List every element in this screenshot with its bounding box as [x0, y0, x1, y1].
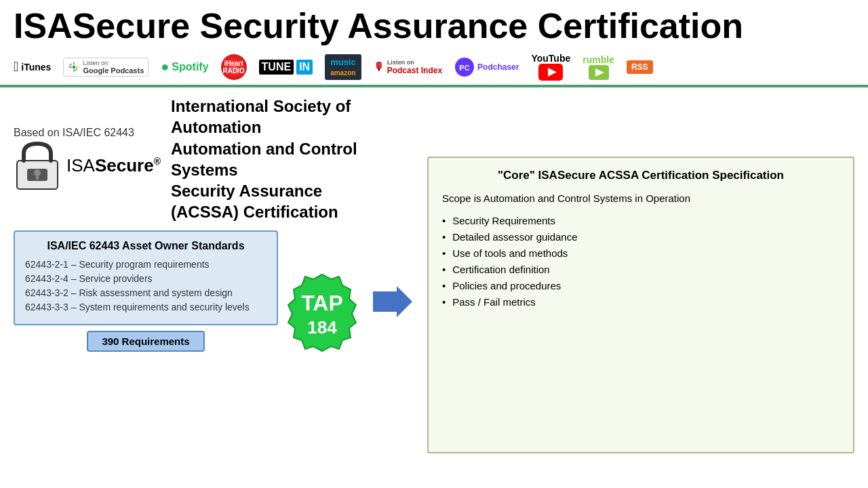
bullet-text-5: Policies and procedures	[452, 280, 561, 291]
podcast-item-amazon[interactable]: musicamazon	[325, 54, 361, 80]
scope-text: Scope is Automation and Control Systems …	[442, 191, 840, 205]
tunein-label: TUNE	[259, 60, 294, 75]
youtube-icon	[538, 64, 563, 81]
description-area: International Society of Automation Auto…	[171, 96, 359, 222]
podcast-item-youtube[interactable]: YouTube	[531, 53, 570, 81]
svg-rect-1	[74, 62, 75, 65]
standard-item-4: 62443-3-3 – System requirements and secu…	[25, 302, 267, 312]
isa-secure: Secure	[95, 155, 154, 176]
main-content: Based on ISA/IEC 62443 ISASecure®	[0, 87, 868, 462]
title-bar: ISASecure Security Assurance Certificati…	[0, 0, 868, 49]
bullet-dot-3: •	[442, 247, 446, 259]
spotify-label: Spotify	[172, 61, 208, 73]
svg-point-0	[73, 65, 76, 68]
bullet-text-6: Pass / Fail metrics	[452, 296, 536, 308]
podcast-item-itunes[interactable]:  iTunes	[14, 59, 51, 75]
bullet-dot-6: •	[442, 296, 446, 308]
standards-box: ISA/IEC 62443 Asset Owner Standards 6244…	[14, 230, 278, 325]
youtube-text: YouTube	[531, 53, 570, 64]
svg-rect-2	[74, 69, 75, 73]
standards-section: ISA/IEC 62443 Asset Owner Standards 6244…	[14, 230, 278, 352]
middle-row: ISA/IEC 62443 Asset Owner Standards 6244…	[14, 230, 359, 352]
title-isa: ISA	[14, 6, 73, 45]
bullet-text-2: Detailed assessor guidance	[452, 231, 577, 243]
based-on-text: Based on ISA/IEC 62443	[14, 127, 134, 139]
tap-logo: TAP 184	[285, 271, 359, 352]
core-title: "Core" ISASecure ACSSA Certification Spe…	[442, 168, 840, 183]
top-row: Based on ISA/IEC 62443 ISASecure®	[14, 96, 359, 222]
podcast-item-rss[interactable]: RSS	[627, 60, 653, 74]
title-suffix: Security Assurance Certification	[190, 6, 743, 45]
iheart-icon: iHeartRADIO	[221, 54, 247, 80]
bullet-dot-4: •	[442, 264, 446, 275]
core-box: "Core" ISASecure ACSSA Certification Spe…	[427, 157, 854, 453]
bullet-text-4: Certification definition	[452, 264, 549, 275]
standard-item-1: 62443-2-1 – Security program requirement…	[25, 259, 267, 270]
google-listen-on: Listen on	[83, 60, 144, 66]
itunes-label: iTunes	[21, 62, 51, 73]
tap-gear-icon: TAP 184	[285, 271, 359, 352]
standard-item-2: 62443-2-4 – Service providers	[25, 273, 267, 284]
arrow-area	[370, 150, 417, 453]
bullet-item-3: • Use of tools and methods	[442, 247, 840, 259]
bullet-dot-5: •	[442, 280, 446, 291]
svg-rect-3	[69, 66, 73, 68]
amazon-icon: musicamazon	[325, 54, 361, 80]
svg-rect-16	[36, 176, 39, 180]
bullet-item-2: • Detailed assessor guidance	[442, 231, 840, 243]
standard-item-3: 62443-3-2 – Risk assessment and system d…	[25, 287, 267, 298]
bullet-dot-1: •	[442, 215, 446, 226]
rumble-icon	[589, 65, 609, 80]
svg-rect-4	[76, 66, 79, 68]
svg-text:PC: PC	[459, 64, 469, 72]
podcastindex-icon: 🎙	[374, 61, 384, 73]
podcast-item-rumble[interactable]: rumble	[583, 54, 614, 80]
svg-text:184: 184	[307, 317, 337, 338]
lock-icon	[14, 140, 61, 191]
podcast-bar:  iTunes Listen on Google Podcasts ● Spo…	[0, 49, 868, 87]
left-column: Based on ISA/IEC 62443 ISASecure®	[14, 96, 359, 453]
bullet-item-4: • Certification definition	[442, 264, 840, 275]
title-secure: Secure	[73, 6, 190, 45]
podcast-item-iheart[interactable]: iHeartRADIO	[221, 54, 247, 80]
podchaser-icon: PC	[454, 57, 475, 77]
svg-rect-5	[69, 63, 72, 66]
svg-text:TAP: TAP	[301, 291, 343, 315]
podchaser-label: Podchaser	[477, 62, 519, 72]
right-arrow-icon	[373, 285, 414, 319]
desc-line1: International Society of Automation	[171, 97, 351, 136]
desc-line3: Security Assurance (ACSSA) Certification	[171, 182, 338, 221]
google-podcasts-icon	[68, 61, 80, 73]
google-podcasts-label: Google Podcasts	[83, 66, 144, 75]
podcast-item-podcastindex[interactable]: 🎙 Listen on Podcast Index	[374, 59, 442, 75]
podcast-item-podchaser[interactable]: PC Podchaser	[454, 57, 519, 77]
rumble-label: rumble	[583, 54, 614, 65]
bullet-text-3: Use of tools and methods	[452, 247, 568, 259]
bullet-dot-2: •	[442, 231, 446, 243]
svg-point-15	[34, 169, 41, 176]
tunein-in: IN	[296, 60, 313, 75]
desc-line2: Automation and Control Systems	[171, 140, 357, 179]
bullet-list: • Security Requirements • Detailed asses…	[442, 215, 840, 308]
bullet-item-1: • Security Requirements	[442, 215, 840, 226]
bullet-text-1: Security Requirements	[452, 215, 555, 226]
spotify-icon: ●	[161, 59, 169, 75]
main-title: ISASecure Security Assurance Certificati…	[14, 7, 854, 45]
podcast-item-tunein[interactable]: TUNE IN	[259, 60, 313, 75]
podcast-item-google[interactable]: Listen on Google Podcasts	[63, 58, 149, 77]
apple-icon: 	[14, 59, 18, 75]
podcastindex-label: Podcast Index	[387, 66, 442, 75]
bullet-item-6: • Pass / Fail metrics	[442, 296, 840, 308]
requirements-button[interactable]: 390 Requirements	[87, 331, 204, 352]
podcast-item-spotify[interactable]: ● Spotify	[161, 59, 208, 75]
bullet-item-5: • Policies and procedures	[442, 280, 840, 291]
svg-rect-6	[75, 68, 78, 70]
isa-prefix: ISA	[66, 155, 95, 176]
standards-title: ISA/IEC 62443 Asset Owner Standards	[25, 240, 267, 252]
isa-logo-area: Based on ISA/IEC 62443 ISASecure®	[14, 127, 161, 191]
rss-icon: RSS	[627, 60, 653, 74]
svg-marker-20	[373, 286, 412, 317]
